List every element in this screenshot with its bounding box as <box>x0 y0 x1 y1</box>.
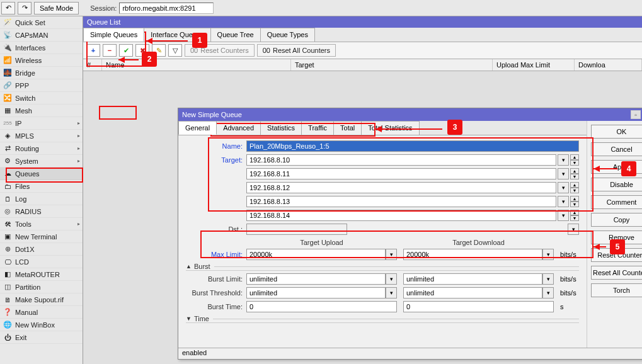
remove-button[interactable]: − <box>103 44 117 57</box>
dropdown-icon[interactable]: ▾ <box>558 154 569 166</box>
dropdown-icon[interactable]: ▾ <box>386 287 397 299</box>
dropdown-icon[interactable]: ▾ <box>558 196 569 207</box>
target-input-4[interactable] <box>246 210 556 221</box>
sidebar-item-capsman[interactable]: 📡CAPsMAN <box>0 29 83 42</box>
sidebar-item-ppp[interactable]: 🔗PPP <box>0 79 83 92</box>
target-input-0[interactable] <box>246 154 556 166</box>
sidebar-item-manual[interactable]: ❓Manual <box>0 306 83 319</box>
target-input-2[interactable] <box>246 182 556 193</box>
burst-thr-up-input[interactable] <box>246 287 386 299</box>
dropdown-icon[interactable]: ▾ <box>558 210 569 221</box>
annotation-num-4: 4 <box>621 161 636 176</box>
sidebar-item-ip[interactable]: 255IP▸ <box>0 117 83 130</box>
tab-traffic[interactable]: Traffic <box>301 121 334 135</box>
comment-button[interactable]: Comment <box>591 195 642 209</box>
sidebar-item-routing[interactable]: ⇄Routing▸ <box>0 142 83 155</box>
burst-limit-down-input[interactable] <box>403 273 542 285</box>
exit-icon: ⏻ <box>3 333 13 343</box>
sidebar-item-quickset[interactable]: 🪄Quick Set <box>0 16 83 29</box>
tab-total[interactable]: Total <box>333 121 362 135</box>
burst-time-down-input[interactable] <box>403 301 554 312</box>
tab-advanced[interactable]: Advanced <box>216 121 261 135</box>
sidebar-item-interfaces[interactable]: 🔌Interfaces <box>0 42 83 54</box>
sidebar-item-exit[interactable]: ⏻Exit <box>0 331 83 344</box>
redo-button[interactable]: ↷ <box>18 2 32 14</box>
sidebar-item-metarouter[interactable]: ◧MetaROUTER <box>0 268 83 281</box>
sidebar-item-wireless[interactable]: 📶Wireless <box>0 54 83 67</box>
col-upmax[interactable]: Upload Max Limit <box>493 59 575 71</box>
target-input-1[interactable] <box>246 168 556 179</box>
tab-queue-tree[interactable]: Queue Tree <box>210 28 261 42</box>
reset-all-counters-button[interactable]: Reset All Counters <box>591 266 642 280</box>
dropdown-icon[interactable]: ▾ <box>558 182 569 193</box>
sidebar-item-switch[interactable]: 🔀Switch <box>0 92 83 105</box>
dst-input <box>246 224 347 235</box>
triangle-up-icon: ▲ <box>186 263 192 270</box>
sidebar-item-radius[interactable]: ◎RADIUS <box>0 205 83 218</box>
enable-button[interactable]: ✔ <box>119 44 133 57</box>
dropdown-icon[interactable]: ▾ <box>542 249 554 260</box>
sidebar-item-bridge[interactable]: 🌉Bridge <box>0 67 83 79</box>
filter-button[interactable]: ▽ <box>168 44 182 57</box>
copy-button[interactable]: Copy <box>591 213 642 227</box>
section-burst[interactable]: ▲Burst <box>186 263 579 271</box>
target-input-3[interactable] <box>246 196 556 207</box>
cancel-button[interactable]: Cancel <box>591 142 642 156</box>
undo-button[interactable]: ↶ <box>1 2 15 14</box>
col-target[interactable]: Target <box>291 59 493 71</box>
up-icon[interactable]: ▲ <box>570 154 579 160</box>
burst-limit-up-input[interactable] <box>246 273 386 285</box>
safe-mode-button[interactable]: Safe Mode <box>34 2 79 14</box>
torch-button[interactable]: Torch <box>591 283 642 297</box>
sidebar-item-log[interactable]: 🗒Log <box>0 193 83 205</box>
sidebar-item-dot1x[interactable]: ⊛Dot1X <box>0 243 83 256</box>
sidebar-item-queues[interactable]: ☁Queues <box>0 168 83 180</box>
sidebar-item-newwinbox[interactable]: 🌐New WinBox <box>0 319 83 331</box>
sidebar-item-supout[interactable]: 🗎Make Supout.rif <box>0 293 83 306</box>
svg-marker-5 <box>593 244 600 250</box>
sidebar-item-mpls[interactable]: ◈MPLS▸ <box>0 130 83 142</box>
minimize-button[interactable]: ▫ <box>631 110 641 119</box>
sidebar-item-newterminal[interactable]: ▣New Terminal <box>0 230 83 243</box>
down-icon[interactable]: ▼ <box>570 202 579 207</box>
reset-all-counters-button[interactable]: 00Reset All Counters <box>257 44 336 57</box>
down-icon[interactable]: ▼ <box>570 215 579 221</box>
burst-thr-down-input[interactable] <box>403 287 542 299</box>
up-icon[interactable]: ▲ <box>570 168 579 174</box>
dropdown-icon[interactable]: ▾ <box>542 287 554 299</box>
col-num[interactable]: # <box>83 59 102 71</box>
sidebar-item-partition[interactable]: ◫Partition <box>0 281 83 293</box>
sidebar-item-lcd[interactable]: 🖵LCD <box>0 256 83 268</box>
up-icon[interactable]: ▲ <box>570 196 579 202</box>
redo-icon: ↷ <box>22 4 28 12</box>
sidebar-item-mesh[interactable]: ▦Mesh <box>0 105 83 117</box>
dropdown-icon[interactable]: ▾ <box>542 273 554 285</box>
dialog-titlebar[interactable]: New Simple Queue ▫ ✕ <box>178 108 642 121</box>
name-input[interactable] <box>246 140 579 152</box>
sidebar-item-files[interactable]: 🗀Files <box>0 180 83 193</box>
tab-simple-queues[interactable]: Simple Queues <box>83 28 144 42</box>
down-icon[interactable]: ▼ <box>570 174 579 179</box>
down-icon[interactable]: ▼ <box>570 188 579 193</box>
dropdown-icon[interactable]: ▾ <box>386 249 397 260</box>
ok-button[interactable]: OK <box>591 125 642 139</box>
up-icon[interactable]: ▲ <box>570 182 579 188</box>
burst-time-up-input[interactable] <box>246 301 397 312</box>
max-limit-up-input[interactable] <box>246 249 386 260</box>
tab-queue-types[interactable]: Queue Types <box>260 28 315 42</box>
disable-button[interactable]: Disable <box>591 178 642 191</box>
sidebar-item-system[interactable]: ⚙System▸ <box>0 155 83 168</box>
svg-marker-7 <box>146 38 152 44</box>
up-icon[interactable]: ▲ <box>570 210 579 215</box>
col-download[interactable]: Downloa <box>575 59 642 71</box>
section-time[interactable]: ▼Time <box>186 315 579 323</box>
add-button[interactable]: + <box>86 44 100 57</box>
tab-general[interactable]: General <box>178 121 217 135</box>
dropdown-icon[interactable]: ▾ <box>386 273 397 285</box>
dropdown-icon[interactable]: ▾ <box>558 168 569 179</box>
sidebar-item-tools[interactable]: 🛠Tools▸ <box>0 218 83 230</box>
tab-statistics[interactable]: Statistics <box>260 121 302 135</box>
expand-icon[interactable]: ▾ <box>568 224 579 235</box>
down-icon[interactable]: ▼ <box>570 160 579 166</box>
max-limit-down-input[interactable] <box>403 249 542 260</box>
